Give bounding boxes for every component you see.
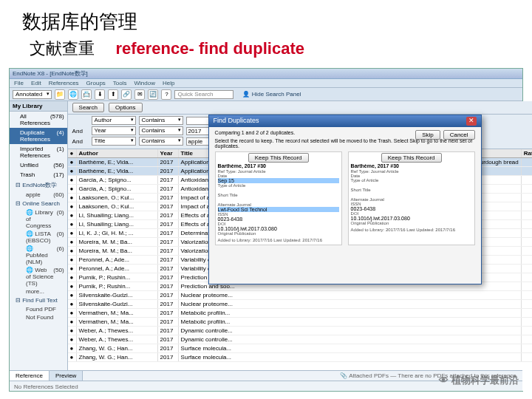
watermark: 👁 植物科学最前沿: [439, 374, 519, 387]
sidebar-duplicate-references[interactable]: Duplicate References(4): [10, 128, 67, 144]
sidebar-online-item[interactable]: 🌐 LISTA (EBSCO)(0): [10, 230, 67, 245]
sidebar-more[interactable]: more...: [10, 287, 67, 296]
dialog-msg2: Select the record to keep. The record no…: [215, 138, 475, 149]
keep-record-button-left[interactable]: Keep This Record: [248, 153, 309, 163]
folder-icon[interactable]: 📁: [55, 89, 65, 100]
sidebar-fft-item[interactable]: Found PDF: [10, 305, 67, 313]
menu-help[interactable]: Help: [163, 80, 174, 86]
close-icon[interactable]: ✕: [466, 117, 477, 126]
style-dropdown[interactable]: Annotated: [13, 90, 52, 99]
table-row[interactable]: ●Zhang, W. G.; Han...2017Surface molecul…: [68, 353, 532, 362]
skip-button[interactable]: Skip: [415, 130, 440, 140]
help-icon[interactable]: ?: [161, 89, 171, 100]
subtitle-en: reference- find duplicate: [115, 39, 304, 58]
sync-icon[interactable]: 🔄: [148, 89, 158, 100]
filter-field[interactable]: Title: [92, 137, 136, 146]
menu-file[interactable]: File: [14, 80, 24, 86]
menu-references[interactable]: References: [49, 80, 79, 86]
search-bar: Search Options: [68, 101, 532, 115]
col-attach[interactable]: ●: [68, 149, 77, 157]
sidebar-header: My Library: [10, 101, 67, 112]
filter-op[interactable]: Contains: [139, 126, 183, 135]
sidebar-item-apple[interactable]: apple(60): [10, 191, 67, 199]
subtitle-cn: 文献查重: [30, 38, 95, 60]
card-icon[interactable]: 📇: [81, 89, 92, 100]
filter-field[interactable]: Year: [92, 126, 136, 135]
options-button[interactable]: Options: [109, 103, 143, 112]
cancel-button[interactable]: Cancel: [443, 130, 475, 140]
dialog-left-record: Keep This Record Barthème, 2017 #30Ref T…: [215, 151, 342, 245]
table-row[interactable]: ●Silvenskaite-Gudzi...2017Nuclear proteo…: [68, 300, 532, 309]
slide-title: 数据库的管理: [0, 0, 532, 38]
table-row[interactable]: ●Zhang, W. G.; Han...2017Surface molecul…: [68, 344, 532, 353]
col-rating[interactable]: Rating: [522, 149, 532, 157]
dialog-title-text: Find Duplicates: [214, 117, 259, 126]
sidebar-all-references[interactable]: All References(578): [10, 112, 67, 128]
sidebar-online-item[interactable]: 🌐 Web of Science (TS)(50): [10, 266, 67, 287]
tab-preview[interactable]: Preview: [50, 371, 83, 381]
table-row[interactable]: ●Vermathen, M.; Ma...2017Metabolic profi…: [68, 309, 532, 318]
col-year[interactable]: Year: [158, 149, 179, 157]
filter-op[interactable]: Contains: [139, 137, 183, 146]
dialog-titlebar[interactable]: Find Duplicates ✕: [209, 115, 481, 127]
app-window: EndNote X8 - [EndNote数学] FileEditReferen…: [9, 68, 523, 392]
sidebar-online-item[interactable]: 🌐 Library of Congress(0): [10, 208, 67, 230]
sidebar-online-item[interactable]: 🌐 PubMed (NLM)(6): [10, 245, 67, 266]
menu-groups[interactable]: Groups: [86, 80, 106, 86]
tab-reference[interactable]: Reference: [10, 371, 50, 381]
sidebar-group-findfulltext[interactable]: ⊟ Find Full Text: [10, 296, 67, 305]
dialog-right-record: Keep This Record Barthème, 2017 #30Ref T…: [348, 151, 475, 245]
export-icon[interactable]: ⬆: [108, 89, 118, 100]
filter-op[interactable]: Contains: [139, 116, 183, 125]
menu-edit[interactable]: Edit: [31, 80, 41, 86]
sidebar-group-endnote[interactable]: ⊟ EndNote数学: [10, 180, 67, 191]
sidebar-imported-references[interactable]: Imported References(1): [10, 144, 67, 160]
sidebar-fft-item[interactable]: Not Found: [10, 313, 67, 321]
search-button[interactable]: Search: [72, 103, 104, 112]
hide-search-panel[interactable]: 👤 Hide Search Panel: [242, 91, 301, 98]
slide-subtitle: 文献查重 reference- find duplicate: [0, 38, 532, 64]
find-duplicates-dialog: Find Duplicates ✕ Comparing 1 and 2 of 2…: [208, 115, 482, 284]
keep-record-button-right[interactable]: Keep This Record: [381, 153, 442, 163]
link-icon[interactable]: 🔗: [121, 89, 132, 100]
table-row[interactable]: ●Weber, A.; Thewes...2017Dynamic control…: [68, 327, 532, 335]
sidebar-unfiled[interactable]: Unfiled(56): [10, 160, 67, 170]
toolbar: Annotated 📁 🌐 📇 ⬇ ⬆ 🔗 ✉ 🔄 ? Quick Search…: [10, 88, 522, 101]
globe-icon[interactable]: 🌐: [68, 89, 78, 100]
import-icon[interactable]: ⬇: [95, 89, 105, 100]
content-area: Search Options AuthorContains+−AndYearCo…: [68, 101, 532, 391]
menubar: FileEditReferencesGroupsToolsWindowHelp: [10, 79, 522, 88]
sidebar: My Library All References(578) Duplicate…: [10, 101, 68, 391]
menu-window[interactable]: Window: [134, 80, 155, 86]
col-author[interactable]: Author: [77, 149, 158, 157]
table-row[interactable]: ●Weber, A.; Thewes...2017Dynamic control…: [68, 335, 532, 344]
menu-tools[interactable]: Tools: [113, 80, 127, 86]
sidebar-trash[interactable]: Trash(17): [10, 170, 67, 180]
quick-search-input[interactable]: Quick Search: [174, 90, 233, 99]
sidebar-group-online[interactable]: ⊟ Online Search: [10, 199, 67, 208]
window-titlebar: EndNote X8 - [EndNote数学]: [10, 69, 522, 79]
table-row[interactable]: ●Silvenskaite-Gudzi...2017Nuclear proteo…: [68, 291, 532, 300]
filter-field[interactable]: Author: [92, 116, 136, 125]
table-row[interactable]: ●Vermathen, M.; Ma...2017Metabolic profi…: [68, 318, 532, 327]
mail-icon[interactable]: ✉: [134, 89, 145, 100]
